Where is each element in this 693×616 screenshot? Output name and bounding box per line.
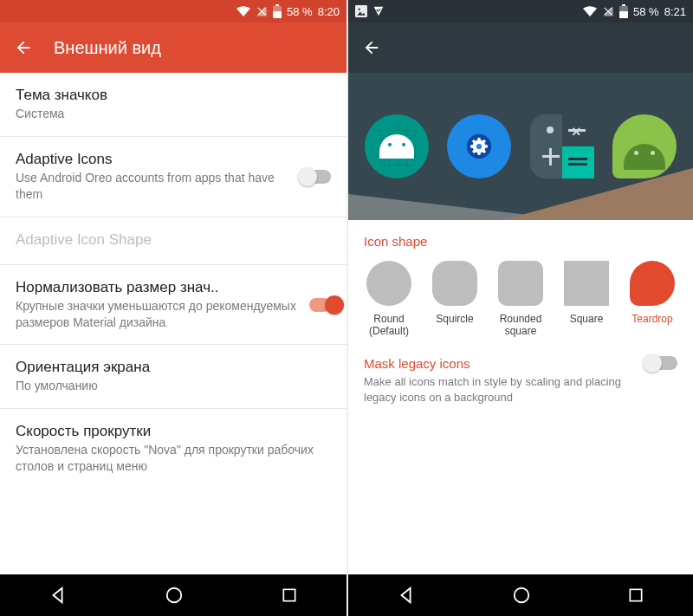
svg-rect-14 [562,146,594,178]
row-subtitle: Крупные значки уменьшаются до рекомендуе… [16,298,299,331]
svg-point-17 [547,126,554,133]
shape-options: Round (Default) Squircle Rounded square … [364,261,677,337]
status-bar: 58 % 8:20 [0,0,346,23]
svg-point-6 [359,9,360,10]
svg-text:×: × [572,123,581,140]
shape-option-square[interactable]: Square [561,261,612,337]
image-notification-icon [355,5,367,17]
preview-icon-settings [447,114,511,178]
row-adaptive-icon-shape: Adaptive Icon Shape [0,217,346,265]
shape-option-squircle[interactable]: Squircle [430,261,480,337]
clock: 8:20 [318,5,340,18]
shape-label: Teardrop [631,313,672,325]
svg-rect-4 [283,589,295,600]
row-title: Adaptive Icons [16,151,289,168]
checkmark-notification-icon [372,5,385,17]
phone-left: 58 % 8:20 Внешний вид Тема значков Систе… [0,0,346,616]
row-subtitle: Use Android Oreo accounts from apps that… [16,170,289,203]
shape-label: Square [570,313,604,325]
clock: 8:21 [664,5,686,18]
row-scroll-speed[interactable]: Скорость прокрутки Установлена скорость … [0,409,346,489]
svg-rect-8 [619,11,628,18]
svg-rect-19 [549,148,552,165]
settings-list: Тема значков Система Adaptive Icons Use … [0,73,346,574]
row-subtitle: По умолчанию [16,378,331,394]
switch-mask-legacy[interactable] [644,356,677,370]
round-icon [366,261,411,306]
square-icon [564,261,609,306]
back-arrow-icon[interactable] [14,38,33,57]
battery-icon [619,4,628,18]
shape-option-round[interactable]: Round (Default) [364,261,414,337]
row-title: Mask legacy icons [364,356,632,371]
svg-rect-1 [273,11,282,18]
signal-no-sim-icon [602,5,614,17]
row-orientation[interactable]: Ориентация экрана По умолчанию [0,345,346,409]
row-subtitle: Make all icons match in style by scaling… [364,374,632,405]
navigation-bar [0,574,346,616]
section-title: Icon shape [364,234,677,249]
shape-option-teardrop[interactable]: Teardrop [627,261,677,337]
preview-icon-android-studio [365,114,429,178]
row-adaptive-icons[interactable]: Adaptive Icons Use Android Oreo accounts… [0,137,346,217]
nav-recents-icon[interactable] [627,587,644,604]
nav-back-icon[interactable] [49,586,68,605]
app-bar: Внешний вид [0,23,346,73]
nav-home-icon[interactable] [165,586,184,605]
signal-no-sim-icon [256,5,268,17]
svg-point-23 [515,588,529,603]
battery-percent: 58 % [633,5,659,18]
battery-icon [273,4,282,18]
teardrop-icon [630,261,675,306]
row-title: Тема значков [16,87,331,104]
switch-adaptive-icons[interactable] [300,170,331,184]
preview-icon-android [612,114,677,178]
wifi-icon [583,6,597,16]
row-icon-theme[interactable]: Тема значков Система [0,73,346,137]
phone-right: 58 % 8:21 × [346,0,693,616]
svg-rect-5 [355,5,367,17]
row-title: Adaptive Icon Shape [16,231,331,249]
rounded-square-icon [498,261,543,306]
svg-point-11 [476,144,482,149]
svg-rect-9 [622,4,625,6]
nav-recents-icon[interactable] [281,587,298,604]
row-subtitle: Установлена скорость "Nova" для прокрутк… [16,442,331,475]
svg-rect-24 [631,589,642,600]
preview-icon-calculator: × [530,114,594,178]
svg-rect-21 [568,158,587,160]
back-arrow-icon[interactable] [362,38,381,57]
switch-normalize-size[interactable] [309,298,331,312]
svg-point-3 [167,588,182,603]
section-icon-shape: Icon shape Round (Default) Squircle Roun… [348,220,693,344]
squircle-icon [432,261,477,306]
row-mask-legacy[interactable]: Mask legacy icons Make all icons match i… [348,344,693,417]
svg-rect-2 [275,4,279,6]
row-subtitle: Система [16,106,331,122]
nav-back-icon[interactable] [397,586,416,605]
wifi-icon [236,6,250,16]
shape-label: Rounded square [500,313,542,337]
shape-label: Round (Default) [369,313,409,337]
icon-preview-hero: × [348,73,693,220]
appbar-title: Внешний вид [54,38,161,58]
row-title: Нормализовать размер знач.. [16,279,299,296]
app-bar [348,23,693,73]
status-bar: 58 % 8:21 [348,0,693,23]
row-normalize-size[interactable]: Нормализовать размер знач.. Крупные знач… [0,265,346,346]
nav-home-icon[interactable] [512,586,531,605]
navigation-bar [348,574,693,616]
row-title: Скорость прокрутки [16,423,331,440]
battery-percent: 58 % [287,5,313,18]
shape-label: Squircle [436,313,473,325]
shape-option-rounded-square[interactable]: Rounded square [495,261,546,337]
row-title: Ориентация экрана [16,359,331,376]
svg-rect-22 [568,163,587,165]
